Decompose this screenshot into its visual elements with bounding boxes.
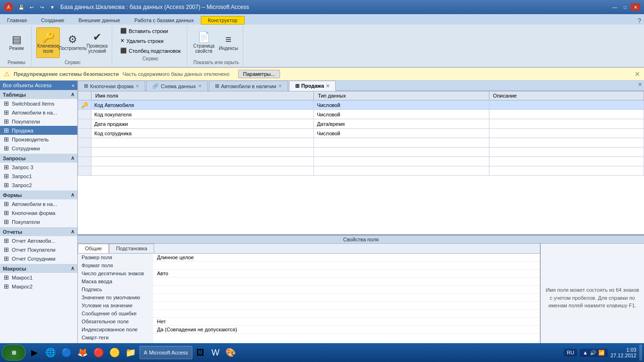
prop-val-indexed[interactable]: Да (Совпадения не допускаются) — [153, 326, 540, 334]
section-forms-header[interactable]: Формы ∧ — [0, 190, 77, 199]
table-row-empty[interactable] — [78, 157, 644, 166]
taskbar-icon-folder[interactable]: 📁 — [124, 346, 138, 360]
ribbon-help-btn[interactable]: ? — [635, 16, 644, 25]
qa-dropdown-btn[interactable]: ▼ — [48, 3, 57, 11]
sidebar-item-report-buyers[interactable]: ⊞ Отчет Покупатели — [0, 245, 77, 254]
sidebar-item-avto[interactable]: ⊞ Автомобили в на... — [0, 108, 77, 117]
tab-avto[interactable]: ⊞ Автомобили в наличии ✕ — [209, 81, 288, 91]
tab-schema-close[interactable]: ✕ — [198, 83, 202, 89]
maximize-btn[interactable]: □ — [620, 3, 630, 11]
sidebar-item-switchboard[interactable]: ⊞ Switchboard Items — [0, 99, 77, 108]
prop-val-condition[interactable] — [153, 302, 540, 310]
tray-volume[interactable]: 🔊 — [590, 350, 596, 356]
prop-val-required[interactable]: Нет — [153, 318, 540, 326]
start-button[interactable]: ⊞ — [2, 345, 25, 361]
clock[interactable]: 1:03 27.12.2012 — [611, 347, 636, 358]
tab-schema[interactable]: 🔗 Схема данных ✕ — [146, 81, 207, 91]
undo-quick-btn[interactable]: ↩ — [27, 3, 36, 11]
sidebar-item-query1[interactable]: ⊞ Запрос1 — [0, 172, 77, 181]
mode-btn[interactable]: ▤ Режим — [5, 27, 28, 58]
section-queries-header[interactable]: Запросы ∧ — [0, 154, 77, 163]
sidebar-item-query3[interactable]: ⊞ Запрос 3 — [0, 163, 77, 172]
tab-button-form-close[interactable]: ✕ — [135, 83, 139, 89]
content-tab-close-all[interactable]: ✕ — [636, 81, 644, 90]
redo-quick-btn[interactable]: ↪ — [38, 3, 46, 11]
field-name-kod-buyer[interactable]: Код покупателя — [91, 110, 314, 119]
taskbar-icon-browser1[interactable]: 🌐 — [43, 346, 58, 360]
indexes-btn[interactable]: ≡ Индексы — [216, 27, 240, 58]
sidebar-item-macro2[interactable]: ⊞ Макрос2 — [0, 282, 77, 291]
taskbar-icon-chrome[interactable]: 🟡 — [107, 346, 122, 360]
prop-val-default[interactable] — [153, 294, 540, 302]
table-row[interactable]: Код покупателя Числовой — [78, 110, 644, 119]
sidebar-item-producer[interactable]: ⊞ Производитель — [0, 135, 77, 144]
close-btn[interactable]: ✕ — [631, 3, 640, 11]
taskbar-icon-opera[interactable]: 🔴 — [91, 346, 106, 360]
tab-button-form[interactable]: ⊞ Кнопочная форма ✕ — [78, 81, 145, 91]
key-field-btn[interactable]: 🔑 Ключевоеполе — [36, 27, 60, 58]
table-row[interactable]: Код сотрудника Числовой — [78, 129, 644, 138]
section-macros-header[interactable]: Макросы ∧ — [0, 264, 77, 273]
field-name-kod-avto[interactable]: Код Автомобиля — [91, 100, 314, 110]
sidebar-item-report-avto[interactable]: ⊞ Отчет Автомоби... — [0, 236, 77, 245]
field-type-emp[interactable]: Числовой — [314, 129, 489, 138]
taskbar-icon-word[interactable]: W — [208, 346, 223, 360]
field-type-date[interactable]: Дата/время — [314, 119, 489, 129]
taskbar-icon-browser2[interactable]: 🔵 — [59, 346, 74, 360]
save-quick-btn[interactable]: 💾 — [17, 3, 25, 11]
tab-constructor[interactable]: Конструктор — [201, 16, 245, 25]
sidebar-item-form-buyers[interactable]: ⊞ Покупатели — [0, 217, 77, 226]
taskbar-icon-paint[interactable]: 🎨 — [223, 346, 238, 360]
security-close-btn[interactable]: ✕ — [635, 70, 640, 78]
sidebar-item-employees[interactable]: ⊞ Сотрудники — [0, 144, 77, 153]
prop-val-format[interactable] — [153, 262, 540, 270]
taskbar-icon-img[interactable]: 🖼 — [193, 346, 207, 360]
tab-database[interactable]: Работа с базами данных — [127, 16, 201, 25]
table-grid[interactable]: Имя поля Тип данных Описание 🔑 Код Автом… — [78, 91, 644, 235]
sidebar-header[interactable]: Все объекты Access « — [0, 81, 77, 90]
prop-val-smarttags[interactable] — [153, 334, 540, 342]
taskbar-icon-media[interactable]: ▶ — [27, 346, 41, 360]
sidebar-item-sale[interactable]: ⊞ Продажа — [0, 126, 77, 135]
field-props-scroll[interactable]: Размер поля Длинное целое Формат поля Чи… — [78, 254, 540, 348]
security-params-btn[interactable]: Параметры... — [238, 70, 281, 78]
insert-rows-btn[interactable]: ⬛ Вставить строки — [117, 26, 184, 35]
lookup-col-btn[interactable]: ⬛ Столбец подстановок — [117, 46, 184, 55]
table-row-empty[interactable] — [78, 138, 644, 148]
sidebar-item-report-employees[interactable]: ⊞ Отчет Сотрудники — [0, 254, 77, 263]
tab-sale[interactable]: ⊞ Продажа ✕ — [289, 81, 336, 91]
section-reports-header[interactable]: Отчеты ∧ — [0, 227, 77, 236]
sidebar-item-form-avto[interactable]: ⊞ Автомобили в на... — [0, 199, 77, 208]
field-name-emp[interactable]: Код сотрудника — [91, 129, 314, 138]
prop-val-size[interactable]: Длинное целое — [153, 254, 540, 262]
tray-arrow[interactable]: ▲ — [583, 350, 588, 355]
minimize-btn[interactable]: — — [610, 3, 619, 11]
sidebar-item-form-button[interactable]: ⊞ Кнопочная форма — [0, 208, 77, 217]
field-name-date[interactable]: Дата продажи — [91, 119, 314, 129]
tab-sale-close[interactable]: ✕ — [326, 83, 330, 89]
table-row[interactable]: 🔑 Код Автомобиля Числовой — [78, 100, 644, 110]
page-props-btn[interactable]: 📄 Страницасвойств — [192, 27, 215, 58]
sidebar-item-macro1[interactable]: ⊞ Макрос1 — [0, 273, 77, 282]
field-type-kod-buyer[interactable]: Числовой — [314, 110, 489, 119]
check-conditions-btn[interactable]: ✔ Проверкаусловий — [85, 27, 109, 58]
tab-avto-close[interactable]: ✕ — [278, 83, 282, 89]
prop-val-caption[interactable] — [153, 286, 540, 294]
field-type-kod-avto[interactable]: Числовой — [314, 100, 489, 110]
delete-rows-btn[interactable]: ✕ Удалить строки — [117, 36, 184, 45]
prop-val-decimals[interactable]: Авто — [153, 270, 540, 278]
prop-val-error[interactable] — [153, 310, 540, 318]
table-row[interactable]: Дата продажи Дата/время — [78, 119, 644, 129]
show-desktop-btn[interactable] — [639, 345, 642, 361]
tab-create[interactable]: Создание — [34, 16, 72, 25]
tray-network[interactable]: 📶 — [598, 350, 605, 356]
tab-home[interactable]: Главная — [0, 16, 34, 25]
tab-general[interactable]: Общие — [78, 244, 109, 253]
taskbar-icon-firefox[interactable]: 🦊 — [75, 346, 90, 360]
lang-indicator[interactable]: RU — [564, 349, 577, 356]
table-row-empty[interactable] — [78, 166, 644, 176]
sidebar-scroll[interactable]: Таблицы ∧ ⊞ Switchboard Items ⊞ Автомоби… — [0, 90, 77, 352]
section-tables-header[interactable]: Таблицы ∧ — [0, 90, 77, 99]
taskbar-access-btn[interactable]: A Microsoft Access — [140, 346, 192, 359]
table-row-empty[interactable] — [78, 148, 644, 157]
